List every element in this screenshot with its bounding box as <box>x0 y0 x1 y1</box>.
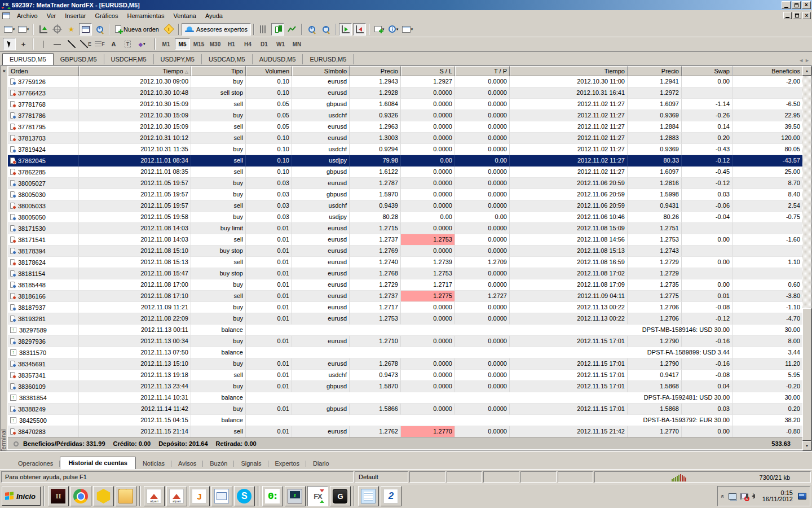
templates-button[interactable]: ▾ <box>401 23 414 36</box>
col-header-tiempo-1[interactable]: Tiempo△ <box>79 66 191 76</box>
tray-collapse-icon[interactable]: « <box>720 494 726 498</box>
taskbar-button-zero[interactable]: 0: <box>262 486 283 506</box>
timeframe-h1[interactable]: H1 <box>224 38 239 50</box>
history-row[interactable]: 383882492012.11.14 11:42buy0.01gbpusd1.5… <box>8 404 803 415</box>
col-header-s-mbolo-4[interactable]: Símbolo <box>292 66 350 76</box>
new-order-button[interactable]: Nueva orden <box>112 23 162 36</box>
terminal-tab-buz-n[interactable]: Buzón <box>203 458 234 469</box>
history-row[interactable]: 381879372012.11.09 11:21buy0.01eurusd1.2… <box>8 302 803 313</box>
col-header-swap-10[interactable]: Swap <box>682 66 732 76</box>
timeframe-m30[interactable]: M30 <box>208 38 223 50</box>
chart-tab-usdjpy-m5-3[interactable]: USDJPY,M5 <box>154 54 202 64</box>
history-row[interactable]: 378620452012.11.01 08:34sell0.10usdjpy79… <box>8 155 803 167</box>
chart-tab-eurusd-m5-0[interactable]: EURUSD,M5 <box>2 53 54 65</box>
history-row[interactable]: 381786242012.11.08 15:13sell0.01eurusd1.… <box>8 257 803 268</box>
history-row[interactable]: ↑383115702012.11.13 07:50balanceDPST-FA-… <box>8 347 803 358</box>
data-window-button[interactable] <box>51 23 64 36</box>
menu-ayuda[interactable]: Ayuda <box>201 11 227 20</box>
col-header-precio-9[interactable]: Precio <box>628 66 682 76</box>
menu-insertar[interactable]: Insertar <box>60 11 90 20</box>
taskbar-button-lineage[interactable]: II <box>48 486 69 506</box>
terminal-tab-expertos[interactable]: Expertos <box>268 458 306 469</box>
terminal-button[interactable] <box>79 23 92 36</box>
timeframe-w1[interactable]: W1 <box>273 38 288 50</box>
minimize-button[interactable] <box>782 1 791 9</box>
expert-advisors-toggle[interactable]: Asesores expertos <box>182 23 251 36</box>
timeframe-mn[interactable]: MN <box>289 38 304 50</box>
history-row[interactable]: 380050332012.11.05 19:57sell0.03usdchf0.… <box>8 200 803 212</box>
history-row[interactable]: 381783942012.11.08 15:10buy stop0.01euru… <box>8 246 803 257</box>
start-button[interactable]: Inicio <box>2 487 41 506</box>
cursor-button[interactable] <box>3 38 16 50</box>
display-settings-icon[interactable] <box>798 493 806 500</box>
profiles-button[interactable]: ▾ <box>17 23 30 36</box>
scroll-up-icon[interactable]: ▲ <box>802 66 811 76</box>
child-close-button[interactable]: × <box>802 12 811 19</box>
indicators-button[interactable]: ▾ <box>373 23 386 36</box>
history-row[interactable]: 381811542012.11.08 15:47buy stop0.01euru… <box>8 268 803 279</box>
taskbar-button-folder[interactable] <box>116 486 136 506</box>
chart-tab-audusd-m5-5[interactable]: AUDUSD,M5 <box>253 54 303 64</box>
zoom-out-button[interactable] <box>319 23 332 36</box>
taskbar-button-metatrader[interactable]: FX <box>307 486 328 506</box>
terminal-tab-historial-de-cuentas[interactable]: Historial de cuentas <box>60 457 136 469</box>
history-row[interactable]: ↑382975892012.11.13 00:11balanceDPST-MB-… <box>8 325 803 336</box>
timeframe-m1[interactable]: M1 <box>158 38 174 50</box>
trendline-button[interactable] <box>65 38 78 50</box>
auto-scroll-button[interactable] <box>339 23 352 36</box>
history-row[interactable]: 380050502012.11.05 19:58buy0.03usdjpy80.… <box>8 212 803 223</box>
history-row[interactable]: 377591262012.10.30 09:00buy0.10eurusd1.2… <box>8 76 803 87</box>
history-row[interactable]: 383601092012.11.13 23:44buy0.01gbpusd1.5… <box>8 381 803 392</box>
terminal-tab-operaciones[interactable]: Operaciones <box>11 458 60 469</box>
taskbar-button-hex-game[interactable] <box>93 486 114 506</box>
timeframe-m5[interactable]: M5 <box>175 38 190 50</box>
history-row[interactable]: ↑384255002012.11.15 04:15balanceDPST-BA-… <box>8 415 803 426</box>
chart-shift-button[interactable] <box>353 23 366 36</box>
channel-button[interactable]: E <box>79 38 92 50</box>
history-row[interactable]: 378194242012.10.31 11:35buy0.10usdchf0.9… <box>8 144 803 155</box>
arrows-button[interactable]: ◆▾ <box>135 38 148 50</box>
volume-icon[interactable] <box>752 494 755 498</box>
child-restore-button[interactable] <box>793 12 801 19</box>
taskbar-button-skype[interactable]: S <box>234 486 255 506</box>
taskbar-button-two[interactable]: 2 <box>381 486 401 506</box>
col-header-tiempo-8[interactable]: Tiempo <box>510 66 628 76</box>
scrollbar-thumb[interactable] <box>802 308 811 441</box>
col-header-precio-5[interactable]: Precio <box>350 66 401 76</box>
panel-close-icon[interactable]: × <box>1 68 7 74</box>
tab-scroll-left-icon[interactable]: ◄ <box>798 58 804 63</box>
vertical-line-button[interactable] <box>37 38 50 50</box>
metaeditor-button[interactable]: ! <box>162 23 175 36</box>
history-row[interactable]: 377817682012.10.30 15:09sell0.05gbpusd1.… <box>8 99 803 110</box>
col-header-tipo-2[interactable]: Tipo <box>191 66 246 76</box>
history-row[interactable]: 381715412012.11.08 14:03sell0.01eurusd1.… <box>8 234 803 246</box>
bar-chart-button[interactable] <box>257 23 270 36</box>
history-row[interactable]: 378622852012.11.01 08:35sell0.10gbpusd1.… <box>8 167 803 178</box>
restore-button[interactable] <box>792 1 801 9</box>
child-minimize-button[interactable] <box>783 12 792 19</box>
history-row[interactable]: 384702832012.11.15 21:14sell0.01eurusd1.… <box>8 426 803 437</box>
tab-scroll-right-icon[interactable]: ► <box>805 58 810 63</box>
taskbar-button-mail[interactable] <box>211 486 232 506</box>
crosshair-button[interactable]: + <box>17 38 30 50</box>
menu-gr-ficos[interactable]: Gráficos <box>91 11 123 20</box>
terminal-tab-noticias[interactable]: Noticias <box>136 458 171 469</box>
history-row[interactable]: 383456912012.11.13 15:10buy0.01eurusd1.2… <box>8 358 803 370</box>
history-row[interactable]: 377664232012.10.30 10:48sell stop0.10eur… <box>8 87 803 99</box>
text-button[interactable]: A <box>107 38 120 50</box>
taskbar-button-alpari[interactable]: alpari <box>166 486 187 506</box>
history-row[interactable]: ↑383818542012.11.14 10:31balanceDPST-FA-… <box>8 392 803 404</box>
col-header-beneficios-11[interactable]: Beneficios <box>732 66 803 76</box>
history-row[interactable]: 383573412012.11.13 19:18sell0.01usdchf0.… <box>8 370 803 381</box>
terminal-tab-signals[interactable]: Signals <box>234 458 268 469</box>
candlestick-button[interactable] <box>271 23 284 36</box>
network-connection-icon[interactable] <box>729 493 736 500</box>
history-row[interactable]: 382979362012.11.13 00:34buy0.01eurusd1.2… <box>8 336 803 347</box>
chart-tab-usdchf-m5-2[interactable]: USDCHF,M5 <box>104 54 154 64</box>
vertical-scrollbar[interactable]: ▲ ▼ <box>802 66 811 450</box>
terminal-tab-diario[interactable]: Diario <box>306 458 336 469</box>
col-header-s-l-6[interactable]: S / L <box>401 66 455 76</box>
chart-tab-eurusd-m5-6[interactable]: EURUSD,M5 <box>303 54 354 64</box>
periods-button[interactable]: ▾ <box>387 23 400 36</box>
navigator-button[interactable]: ★ <box>65 23 78 36</box>
